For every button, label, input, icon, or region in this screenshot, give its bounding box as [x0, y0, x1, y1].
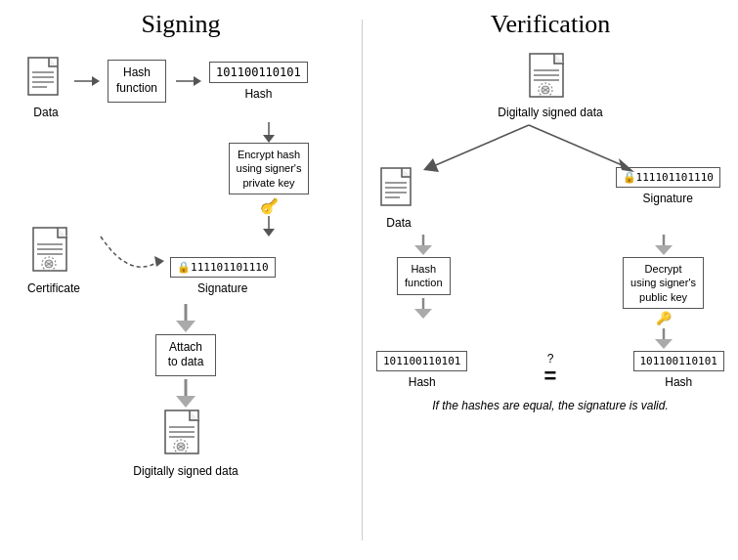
arrow-decrypt-to-hash-verif [649, 327, 678, 349]
verif-data-label: Data [386, 216, 411, 230]
data-doc-icon [27, 57, 65, 102]
hash-function-box: Hashfunction [108, 60, 166, 102]
svg-marker-56 [655, 245, 673, 255]
signing-hash-box: 101100110101 [209, 62, 308, 83]
verif-hash1-label: Hash [409, 375, 436, 389]
signing-cert-sig-row: Certificate 🔒111101101110 Signature [27, 227, 352, 295]
verif-signed-label: Digitally signed data [498, 106, 602, 119]
arrow-to-hashfn-verif [409, 234, 438, 255]
signing-hash-label: Hash [244, 87, 272, 101]
signing-hash-value: 101100110101 [216, 65, 301, 79]
signing-signature-value: 111101101110 [191, 261, 268, 274]
signing-signed-label: Digitally signed data [133, 464, 238, 478]
signed-doc-icon-signing [164, 409, 207, 460]
arrow-down-to-sig [259, 215, 279, 237]
certificate-col: Certificate [27, 227, 80, 295]
verif-hash2-col: 101100110101 Hash [633, 351, 724, 389]
svg-marker-12 [263, 229, 275, 237]
verif-hash2-box: 101100110101 [633, 351, 724, 371]
svg-marker-10 [263, 135, 275, 143]
svg-marker-45 [619, 158, 634, 172]
verif-hash2-value: 101100110101 [640, 355, 717, 367]
signing-section: Signing Data [0, 0, 362, 560]
signing-encrypt-area: Encrypt hashusing signer'sprivate key 🔑 [186, 121, 352, 237]
signature-col: 🔒111101101110 Signature [170, 257, 275, 295]
verif-hash2-label: Hash [665, 375, 692, 389]
key-row: 🔑 [260, 197, 279, 215]
verif-sig-label: Signature [643, 192, 693, 205]
svg-marker-8 [194, 76, 201, 86]
footer-note: If the hashes are equal, the signature i… [372, 399, 728, 412]
main-container: Signing Data [0, 0, 738, 560]
signing-signature-box: 🔒111101101110 [170, 257, 275, 278]
verif-key-icon: 🔑 [656, 311, 672, 325]
arrow-down-to-signed [171, 378, 200, 408]
arrow-to-hashfn [72, 71, 100, 91]
svg-marker-25 [176, 396, 195, 408]
dashed-curve-arrow [96, 232, 164, 271]
verif-signed-doc-icon [529, 53, 572, 104]
hash-function-label: Hashfunction [116, 65, 157, 95]
signing-attach-area: Attachto data Digitall [20, 303, 352, 478]
arrow-to-decrypt-verif [649, 234, 678, 255]
signing-data-label: Data [33, 106, 58, 119]
verif-hashfn-col: Hashfunction [397, 234, 451, 349]
verif-hashfn-box: Hashfunction [397, 257, 451, 295]
signing-data-col: Data [27, 57, 65, 119]
verif-top: Digitally signed data [372, 53, 728, 119]
verif-arrows-down2: Hashfunction Decryptusing signer'spublic… [372, 234, 728, 349]
verif-compare-row: 101100110101 Hash ? = 101100110101 Hash [372, 351, 728, 389]
cert-doc-icon [32, 227, 75, 278]
arrow-hashfn-to-hash-verif [409, 297, 438, 319]
signing-signature-label: Signature [197, 281, 247, 295]
arrow-down-to-attach [171, 303, 200, 332]
signing-row1: Data Hashfunction 10110011010 [27, 57, 352, 119]
encrypt-box: Encrypt hashusing signer'sprivate key [229, 143, 310, 194]
signing-title: Signing [10, 10, 352, 39]
equals-sign: = [544, 366, 557, 387]
arrow-down-to-encrypt [259, 121, 279, 143]
svg-marker-54 [414, 309, 432, 319]
verif-decrypt-col: Decryptusing signer'spublic key 🔑 [623, 234, 704, 349]
verif-key-row: 🔑 [656, 311, 672, 325]
certificate-label: Certificate [27, 281, 80, 295]
svg-marker-52 [414, 245, 432, 255]
compare-symbol-col: ? = [544, 352, 557, 387]
split-arrow-svg [372, 123, 685, 177]
verification-title: Verification [372, 10, 728, 39]
dashed-arrow-container [96, 232, 164, 274]
svg-marker-23 [176, 321, 195, 332]
attach-box: Attachto data [155, 334, 217, 376]
svg-line-44 [529, 125, 627, 167]
svg-marker-58 [655, 339, 673, 349]
lock-sig-icon: 🔒 [177, 261, 191, 274]
verif-hash1-col: 101100110101 Hash [376, 351, 467, 389]
svg-marker-21 [154, 256, 164, 267]
signing-signed-col: Digitally signed data [133, 409, 238, 478]
signing-hash-col: 101100110101 Hash [209, 62, 308, 101]
svg-marker-6 [92, 76, 100, 86]
arrow-hashfn-to-hash [174, 71, 201, 91]
verification-section: Verification Digitally signed data [363, 0, 738, 560]
footer-note-text: If the hashes are equal, the signature i… [432, 399, 668, 412]
verif-split-arrows [372, 123, 728, 177]
verif-decrypt-box: Decryptusing signer'spublic key [623, 257, 704, 309]
verif-hash1-value: 101100110101 [383, 355, 460, 367]
key-icon: 🔑 [260, 197, 279, 215]
verif-hash1-box: 101100110101 [376, 351, 467, 371]
svg-line-42 [431, 125, 529, 167]
